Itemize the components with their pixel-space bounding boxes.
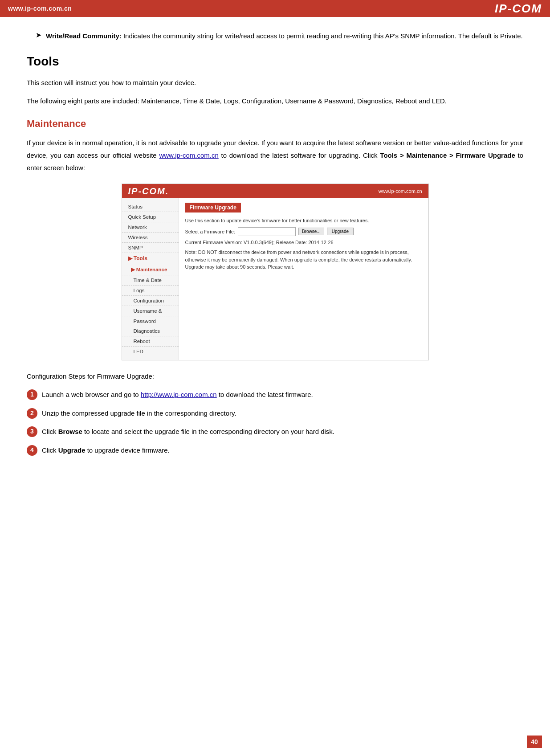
main-content: ➤ Write/Read Community: Indicates the co…	[0, 17, 550, 490]
tools-heading: Tools	[27, 54, 523, 69]
step-1: 1 Launch a web browser and go to http://…	[27, 389, 523, 400]
sc-nav-configuration[interactable]: Configuration	[122, 296, 179, 306]
step-3-number: 3	[27, 426, 37, 437]
sc-nav-snmp[interactable]: SNMP	[122, 243, 179, 253]
sc-upgrade-button[interactable]: Upgrade	[327, 228, 354, 235]
step-2-text: Unzip the compressed upgrade file in the…	[42, 408, 236, 419]
maintenance-bold: Tools > Maintenance > Firmware Upgrade	[380, 151, 515, 159]
sc-nav-logs[interactable]: Logs	[122, 286, 179, 296]
bullet-arrow-icon: ➤	[36, 31, 41, 39]
sc-body: Status Quick Setup Network Wireless SNMP…	[122, 198, 428, 360]
sc-browse-button[interactable]: Browse...	[298, 228, 324, 235]
numbered-list: 1 Launch a web browser and go to http://…	[27, 389, 523, 456]
step-2: 2 Unzip the compressed upgrade file in t…	[27, 408, 523, 419]
sc-panel-title: Firmware Upgrade	[185, 203, 241, 212]
config-steps-heading: Configuration Steps for Firmware Upgrade…	[27, 370, 523, 383]
sc-nav-quicksetup[interactable]: Quick Setup	[122, 212, 179, 222]
bullet-write-read-text: Write/Read Community: Indicates the comm…	[46, 30, 523, 42]
tools-intro2: The following eight parts are included: …	[27, 95, 523, 107]
sc-header: IP-COM. www.ip-com.com.cn	[122, 184, 428, 198]
sc-main-panel: Firmware Upgrade Use this section to upd…	[179, 198, 428, 360]
firmware-screenshot: IP-COM. www.ip-com.com.cn Status Quick S…	[122, 184, 429, 360]
page-number: 40	[527, 736, 542, 748]
sc-nav-network[interactable]: Network	[122, 222, 179, 233]
sc-nav-maintenance[interactable]: ▶ Maintenance	[122, 264, 179, 275]
sc-nav-diagnostics[interactable]: Diagnostics	[122, 326, 179, 336]
step-3-text: Click Browse to locate and select the up…	[42, 426, 334, 437]
step-1-link[interactable]: http://www.ip-com.com.cn	[141, 391, 217, 398]
maintenance-heading: Maintenance	[27, 118, 523, 130]
step-4: 4 Click Upgrade to upgrade device firmwa…	[27, 445, 523, 456]
step-2-number: 2	[27, 408, 37, 419]
page-header: www.ip-com.com.cn IP-COM	[0, 0, 550, 17]
maintenance-para1: If your device is in normal operation, i…	[27, 137, 523, 174]
sc-nav-username[interactable]: Username &	[122, 306, 179, 316]
sc-sidebar: Status Quick Setup Network Wireless SNMP…	[122, 198, 179, 360]
sc-version: Current Firmware Version: V1.0.0.3(649);…	[185, 239, 422, 246]
step-3-bold: Browse	[58, 428, 82, 435]
step-3: 3 Click Browse to locate and select the …	[27, 426, 523, 437]
header-url: www.ip-com.com.cn	[8, 5, 72, 12]
step-4-number: 4	[27, 445, 37, 456]
step-1-text: Launch a web browser and go to http://ww…	[42, 389, 313, 400]
sc-url: www.ip-com.com.cn	[379, 188, 422, 194]
sc-nav-led[interactable]: LED	[122, 347, 179, 356]
step-4-bold: Upgrade	[58, 446, 86, 454]
bullet-label: Write/Read Community:	[46, 32, 122, 40]
sc-nav-wireless[interactable]: Wireless	[122, 233, 179, 243]
step-4-text: Click Upgrade to upgrade device firmware…	[42, 445, 170, 456]
tools-intro1: This section will instruct you how to ma…	[27, 77, 523, 89]
sc-note: Note: DO NOT disconnect the device from …	[185, 249, 422, 271]
bullet-content: Indicates the community string for write…	[123, 32, 523, 40]
step-1-number: 1	[27, 389, 37, 400]
header-logo: IP-COM	[495, 2, 542, 16]
sc-nav-status[interactable]: Status	[122, 202, 179, 212]
sc-nav-reboot[interactable]: Reboot	[122, 336, 179, 347]
sc-file-row: Select a Firmware File: Browse... Upgrad…	[185, 227, 422, 236]
sc-nav-password[interactable]: Password	[122, 316, 179, 326]
sc-file-label: Select a Firmware File:	[185, 229, 235, 234]
maintenance-link[interactable]: www.ip-com.com.cn	[159, 151, 218, 159]
sc-file-input[interactable]	[238, 227, 296, 236]
sc-logo: IP-COM.	[128, 186, 169, 196]
sc-desc: Use this section to update device's firm…	[185, 217, 422, 225]
sc-nav-timedate[interactable]: Time & Date	[122, 275, 179, 286]
bullet-write-read: ➤ Write/Read Community: Indicates the co…	[27, 30, 523, 42]
sc-nav-tools[interactable]: ▶ Tools	[122, 253, 179, 264]
